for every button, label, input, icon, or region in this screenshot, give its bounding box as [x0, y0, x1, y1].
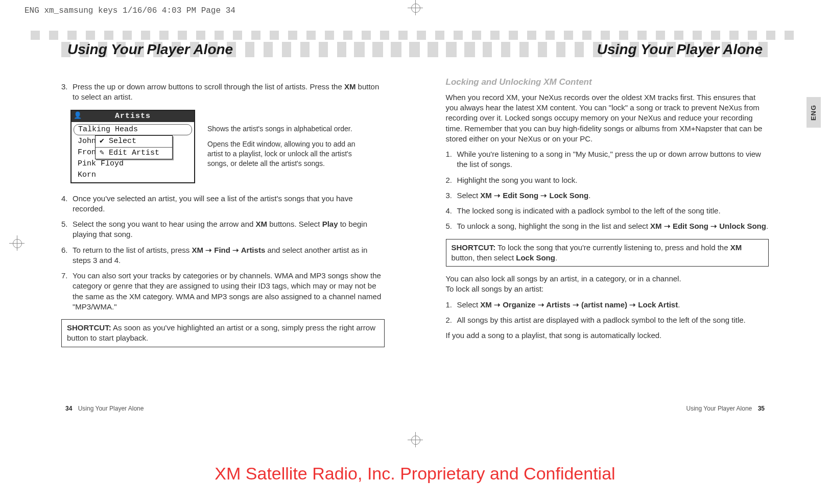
lcd-illustration: 👤 Artists Talking Heads John Fron Pink F… — [61, 110, 385, 183]
shortcut-box: SHORTCUT: As soon as you've highlighted … — [61, 319, 385, 347]
step-number: 5. — [61, 219, 73, 240]
lcd-row: Pink Floyd — [74, 159, 192, 169]
r-step-3: 3. Select XM ➝ Edit Song ➝ Lock Song. — [446, 190, 769, 201]
menu-path: XM ➝ Edit Song ➝ Lock Song — [480, 191, 588, 200]
crop-mark-top — [410, 2, 421, 13]
body-text: . — [766, 222, 768, 230]
left-column: 3. Press the up or down arrow buttons to… — [31, 77, 415, 354]
step-number: 4. — [61, 194, 73, 214]
lcd-row: Korn — [74, 170, 192, 180]
header-right-title: Using Your Player Alone — [597, 41, 763, 58]
menu-path: XM ➝ Find ➝ Artists — [192, 246, 265, 254]
play-bold: Play — [322, 220, 338, 228]
footer: 34 Using Your Player Alone Using Your Pl… — [31, 405, 799, 412]
body-text: As soon as you've highlighted an artist … — [67, 323, 375, 342]
xm-bold: XM — [730, 243, 742, 252]
footer-right: Using Your Player Alone 35 — [686, 405, 769, 412]
step-4: 4. Once you've selected an artist, you w… — [61, 194, 385, 214]
body-text: Select — [457, 191, 481, 200]
footer-text: Using Your Player Alone — [78, 405, 144, 412]
body-text: If you add a song to a playlist, that so… — [446, 330, 769, 341]
shortcut-box: SHORTCUT: To lock the song that you're c… — [446, 239, 769, 267]
person-icon: 👤 — [74, 112, 82, 120]
body-text: To lock the song that you're currently l… — [495, 243, 730, 252]
body-text: Select the song you want to hear using t… — [73, 220, 256, 228]
shortcut-label: SHORTCUT: — [67, 323, 111, 332]
body-text: You can also sort your tracks by categor… — [73, 271, 385, 312]
body-text: While you're listening to a song in "My … — [457, 149, 769, 170]
right-column: Locking and Unlocking XM Content When yo… — [415, 77, 800, 354]
body-text: Once you've selected an artist, you will… — [73, 194, 385, 214]
r-step-2: 2. Highlight the song you want to lock. — [446, 175, 769, 185]
body-text: Highlight the song you want to lock. — [457, 175, 769, 185]
r2-step-2: 2. All songs by this artist are displaye… — [446, 315, 769, 325]
r-step-4: 4. The locked song is indicated with a p… — [446, 206, 769, 216]
body-text: You can also lock all songs by an artist… — [446, 274, 769, 284]
xm-bold: XM — [256, 220, 268, 228]
step-number: 6. — [61, 245, 73, 266]
callout-edit-artist: Opens the Edit window, allowing you to a… — [207, 139, 371, 169]
step-number: 4. — [446, 206, 457, 216]
step-3: 3. Press the up or down arrow buttons to… — [61, 82, 385, 103]
lock-song-bold: Lock Song — [516, 253, 555, 262]
confidential-stamp: XM Satellite Radio, Inc. Proprietary and… — [0, 464, 830, 484]
step-number: 3. — [446, 190, 457, 201]
footer-text: Using Your Player Alone — [686, 405, 752, 412]
body-text: Select — [457, 300, 481, 309]
r2-step-1: 1. Select XM ➝ Organize ➝ Artists ➝ (art… — [446, 300, 769, 310]
body-text: All songs by this artist are displayed w… — [457, 315, 769, 325]
language-tab: ENG — [807, 97, 821, 128]
header-right: Using Your Player Alone — [385, 42, 800, 57]
r-step-5: 5. To unlock a song, highlight the song … — [446, 221, 769, 231]
step-6: 6. To return to the list of artists, pre… — [61, 245, 385, 266]
page-number-right: 35 — [758, 405, 765, 412]
step-number: 1. — [446, 300, 457, 310]
lcd-titlebar: 👤 Artists — [72, 111, 194, 122]
body-text: To lock all songs by an artist: — [446, 284, 769, 294]
body-text: buttons. Select — [267, 220, 322, 228]
page-number-left: 34 — [65, 405, 72, 412]
popup-edit-artist: ✎ Edit Artist — [96, 147, 172, 159]
menu-path: XM ➝ Organize ➝ Artists ➝ (artist name) … — [480, 300, 678, 309]
page-spread: Using Your Player Alone Using Your Playe… — [31, 31, 799, 412]
body-text: . — [588, 191, 590, 200]
step-number: 2. — [446, 315, 457, 325]
lcd-popup: ✔ Select ✎ Edit Artist — [95, 135, 173, 159]
body-text: Press the up or down arrow buttons to sc… — [73, 82, 344, 91]
footer-left: 34 Using Your Player Alone — [61, 405, 144, 412]
print-slug: ENG xm_samsung keys 1/16/06 4:03 PM Page… — [25, 6, 235, 15]
step-number: 5. — [446, 221, 457, 231]
menu-path: XM ➝ Edit Song ➝ Unlock Song — [650, 222, 766, 230]
step-number: 3. — [61, 82, 73, 103]
body-text: To unlock a song, highlight the song in … — [457, 222, 651, 230]
step-number: 7. — [61, 271, 73, 312]
crop-mark-bottom — [410, 434, 421, 445]
lcd-screen: 👤 Artists Talking Heads John Fron Pink F… — [70, 110, 195, 183]
header-band: Using Your Player Alone Using Your Playe… — [31, 31, 799, 61]
xm-bold: XM — [344, 82, 356, 91]
body-text: button, then select — [452, 253, 516, 262]
body-text: To return to the list of artists, press — [73, 246, 192, 254]
crop-mark-side — [11, 237, 22, 249]
lcd-title: Artists — [115, 112, 151, 121]
header-left-title: Using Your Player Alone — [67, 41, 233, 58]
body-text: The locked song is indicated with a padl… — [457, 206, 769, 216]
section-title: Locking and Unlocking XM Content — [446, 77, 769, 88]
step-number: 1. — [446, 149, 457, 170]
callouts: Shows the artist's songs in alphabetical… — [207, 110, 371, 172]
language-tab-label: ENG — [810, 104, 818, 120]
header-dots — [31, 31, 799, 40]
body-text: . — [555, 253, 557, 262]
popup-select: ✔ Select — [96, 136, 172, 147]
r-step-1: 1. While you're listening to a song in "… — [446, 149, 769, 170]
step-5: 5. Select the song you want to hear usin… — [61, 219, 385, 240]
callout-select: Shows the artist's songs in alphabetical… — [207, 124, 371, 134]
intro-paragraph: When you record XM, your NeXus records o… — [446, 92, 769, 144]
step-number: 2. — [446, 175, 457, 185]
step-7: 7. You can also sort your tracks by cate… — [61, 271, 385, 312]
body-text: . — [678, 300, 680, 309]
shortcut-label: SHORTCUT: — [452, 243, 496, 252]
lcd-row: Talking Heads — [74, 124, 192, 135]
